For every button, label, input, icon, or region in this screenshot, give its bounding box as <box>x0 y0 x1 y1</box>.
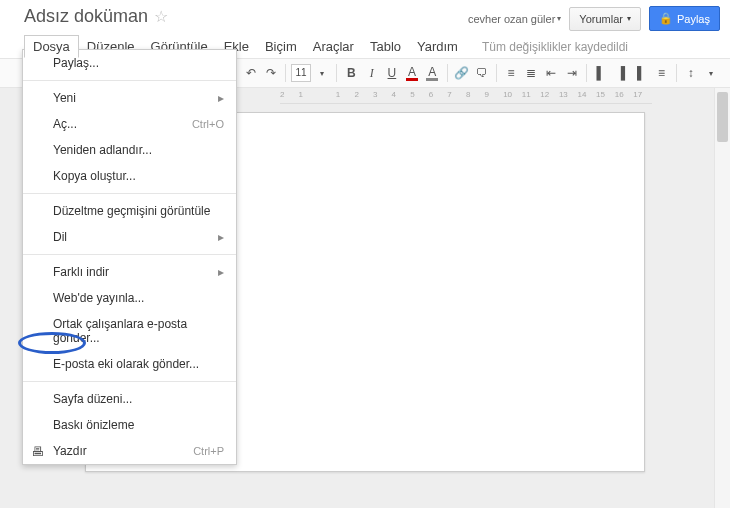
indent-icon[interactable]: ⇥ <box>563 63 581 83</box>
redo-icon[interactable]: ↷ <box>262 63 280 83</box>
menu-item-label: Ortak çalışanlara e-posta gönder... <box>53 317 224 345</box>
comments-label: Yorumlar <box>579 13 623 25</box>
separator <box>23 80 236 81</box>
menu-tools[interactable]: Araçlar <box>305 36 362 57</box>
separator <box>496 64 497 82</box>
menu-file[interactable]: Dosya <box>24 35 79 58</box>
menu-page-setup[interactable]: Sayfa düzeni... <box>23 386 236 412</box>
chevron-right-icon: ▸ <box>218 265 224 279</box>
text-color-button[interactable]: A <box>403 63 421 83</box>
separator <box>586 64 587 82</box>
menu-email-collab[interactable]: Ortak çalışanlara e-posta gönder... <box>23 311 236 351</box>
menu-item-label: Aç... <box>53 117 77 131</box>
menu-print-preview[interactable]: Baskı önizleme <box>23 412 236 438</box>
chevron-right-icon: ▸ <box>218 91 224 105</box>
share-button[interactable]: 🔒 Paylaş <box>649 6 720 31</box>
menu-item-label: Baskı önizleme <box>53 418 134 432</box>
font-size-input[interactable]: 11 <box>291 64 311 82</box>
menu-revisions[interactable]: Düzeltme geçmişini görüntüle <box>23 198 236 224</box>
chevron-down-icon: ▾ <box>627 14 631 23</box>
chevron-down-icon[interactable]: ▾ <box>702 63 720 83</box>
undo-icon[interactable]: ↶ <box>241 63 259 83</box>
menu-item-label: Yeniden adlandır... <box>53 143 152 157</box>
menu-item-label: Farklı indir <box>53 265 109 279</box>
menu-item-label: Sayfa düzeni... <box>53 392 132 406</box>
separator <box>285 64 286 82</box>
shortcut-label: Ctrl+O <box>192 118 224 130</box>
menu-open[interactable]: Aç...Ctrl+O <box>23 111 236 137</box>
separator <box>676 64 677 82</box>
menu-table[interactable]: Tablo <box>362 36 409 57</box>
menu-item-label: E-posta eki olarak gönder... <box>53 357 199 371</box>
user-name[interactable]: cevher ozan güler ▾ <box>468 13 561 25</box>
lock-icon: 🔒 <box>659 12 673 25</box>
comment-icon[interactable]: 🗨 <box>473 63 491 83</box>
menu-item-label: Yeni <box>53 91 76 105</box>
color-bar <box>426 78 438 81</box>
shortcut-label: Ctrl+P <box>193 445 224 457</box>
separator <box>23 254 236 255</box>
line-spacing-icon[interactable]: ↕ <box>682 63 700 83</box>
chevron-down-icon[interactable]: ▾ <box>313 63 331 83</box>
print-icon: 🖶 <box>31 444 44 459</box>
ruler-numbers: 211234567891011121314151617 <box>280 90 652 99</box>
separator <box>336 64 337 82</box>
ruler[interactable]: 211234567891011121314151617 <box>280 88 652 104</box>
separator <box>447 64 448 82</box>
menu-language[interactable]: Dil▸ <box>23 224 236 250</box>
menu-rename[interactable]: Yeniden adlandır... <box>23 137 236 163</box>
align-right-icon[interactable]: ▌ <box>632 63 650 83</box>
menu-item-label: Düzeltme geçmişini görüntüle <box>53 204 210 218</box>
menu-copy[interactable]: Kopya oluştur... <box>23 163 236 189</box>
menu-new[interactable]: Yeni▸ <box>23 85 236 111</box>
share-label: Paylaş <box>677 13 710 25</box>
vertical-scrollbar[interactable] <box>714 88 730 508</box>
menu-help[interactable]: Yardım <box>409 36 466 57</box>
menu-format[interactable]: Biçim <box>257 36 305 57</box>
menu-item-label: Paylaş... <box>53 56 99 70</box>
comments-button[interactable]: Yorumlar ▾ <box>569 7 641 31</box>
underline-button[interactable]: U <box>383 63 401 83</box>
link-icon[interactable]: 🔗 <box>452 63 470 83</box>
italic-button[interactable]: I <box>363 63 381 83</box>
menu-publish[interactable]: Web'de yayınla... <box>23 285 236 311</box>
menu-item-label: Kopya oluştur... <box>53 169 136 183</box>
align-center-icon[interactable]: ▐ <box>612 63 630 83</box>
separator <box>23 381 236 382</box>
file-menu-dropdown: Paylaş... Yeni▸ Aç...Ctrl+O Yeniden adla… <box>22 49 237 465</box>
bold-button[interactable]: B <box>342 63 360 83</box>
highlight-label: A <box>428 66 436 78</box>
menu-item-label: Dil <box>53 230 67 244</box>
menu-download[interactable]: Farklı indir▸ <box>23 259 236 285</box>
user-name-label: cevher ozan güler <box>468 13 555 25</box>
scrollbar-thumb[interactable] <box>717 92 728 142</box>
align-justify-icon[interactable]: ≡ <box>652 63 670 83</box>
list-bullet-icon[interactable]: ≣ <box>522 63 540 83</box>
outdent-icon[interactable]: ⇤ <box>542 63 560 83</box>
chevron-down-icon: ▾ <box>557 14 561 23</box>
chevron-right-icon: ▸ <box>218 230 224 244</box>
save-status: Tüm değişiklikler kaydedildi <box>482 40 628 54</box>
menu-print[interactable]: 🖶YazdırCtrl+P <box>23 438 236 464</box>
text-color-label: A <box>408 66 416 78</box>
highlight-button[interactable]: A <box>423 63 441 83</box>
menu-email-attach[interactable]: E-posta eki olarak gönder... <box>23 351 236 377</box>
separator <box>23 193 236 194</box>
color-bar <box>406 78 418 81</box>
menu-item-label: Yazdır <box>53 444 87 458</box>
list-numbered-icon[interactable]: ≡ <box>502 63 520 83</box>
align-left-icon[interactable]: ▌ <box>592 63 610 83</box>
menu-item-label: Web'de yayınla... <box>53 291 144 305</box>
document-title[interactable]: Adsız doküman <box>24 6 148 27</box>
star-icon[interactable]: ☆ <box>154 7 168 26</box>
